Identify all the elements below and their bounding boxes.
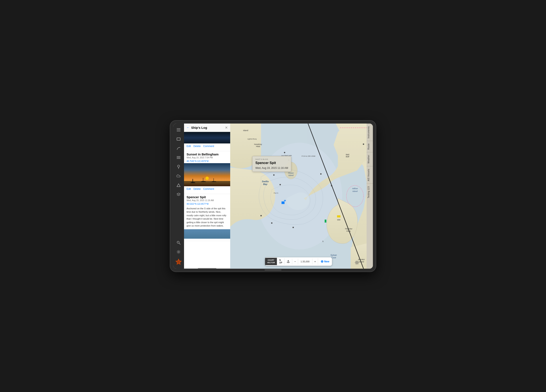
close-button[interactable]: ✕ [225,126,228,130]
entry-2-edit[interactable]: Edit [187,187,191,190]
svg-text:✱: ✱ [260,214,262,217]
pin-icon[interactable] [175,163,182,171]
rectangle-icon[interactable] [175,135,182,143]
log-entry-2: Sunset in Bellingham Wed, Aug 19, 2015 7… [184,151,230,194]
svg-rect-2 [177,131,181,131]
svg-text:✱: ✱ [320,173,322,175]
popup-category: SHIP'S BLOG [255,158,288,160]
map-popup[interactable]: SHIP'S BLOG Spencer Spit Wed, Aug 19, 20… [252,156,291,172]
new-button[interactable]: ⊕ New [318,258,332,265]
map-area[interactable]: ✱ ✱ ✱ ✱ ✱ ✱ ✱ ✱ ✱ ✱ ✱ ✱ [230,123,367,269]
zoom-in-button[interactable]: + [312,259,318,264]
search-icon[interactable] [175,239,182,246]
svg-text:Humphrey: Humphrey [254,143,262,145]
entry-2-coords: 48.7545°N 122.4979°W [187,160,208,162]
log-header: ← Ship's Log ✕ [184,123,230,132]
svg-point-12 [178,251,179,252]
svg-text:Bluff: Bluff [346,156,349,158]
svg-rect-4 [177,156,181,157]
north-up-button[interactable]: N UP [277,257,284,266]
entry-3-date: Wed, Aug 19, 2015 11:16 AM [187,199,214,202]
svg-text:Island: Island [359,261,364,263]
map-settings-icon[interactable] [355,261,359,266]
log-title: Ship's Log [191,126,223,129]
svg-text:Bay: Bay [263,183,267,185]
tab-route[interactable]: Route [367,141,373,152]
zoom-out-button[interactable]: − [292,259,298,264]
svg-rect-38 [284,200,286,201]
svg-text:Port S: Port S [274,192,278,194]
main-content: ← Ship's Log ✕ Edit Delete Comment [184,123,373,269]
svg-text:✱: ✱ [284,151,285,154]
tab-testing[interactable]: Testing 123 [367,184,373,201]
new-plus-icon: ⊕ [321,259,323,263]
entry-2-actions: Edit Delete Comment [184,186,230,192]
entry-3-coords: 48.5322°N 122.8577°W [187,203,208,205]
tab-weather[interactable]: Weather [367,152,373,166]
svg-text:✱: ✱ [363,143,364,145]
popup-title: Spencer Spit [255,161,288,165]
svg-text:009: 009 [337,219,340,221]
cloud-icon[interactable] [175,172,182,180]
device-screen: ← Ship's Log ✕ Edit Delete Comment [173,123,373,269]
svg-rect-6 [177,158,181,159]
entry-1-delete[interactable]: Delete [194,145,201,148]
svg-text:Thatcher: Thatcher [345,228,352,230]
popup-date: Wed, Aug 19, 2015 11:16 AM [255,167,288,169]
svg-rect-39 [325,219,326,222]
entry-2-delete[interactable]: Delete [194,187,201,190]
svg-text:Island: Island [288,174,293,176]
entry-1-edit[interactable]: Edit [187,145,191,148]
svg-text:Fl W 4s 15ft 6.0NM: Fl W 4s 15ft 6.0NM [302,155,315,157]
curve-icon[interactable] [175,145,182,152]
svg-text:Sylvan: Sylvan [331,254,337,256]
triangle-icon[interactable] [175,181,182,189]
device-frame: ← Ship's Log ✕ Edit Delete Comment [170,121,376,272]
app-logo [175,258,182,266]
entry-3-title: Spencer Spit [184,194,230,199]
right-tabs: Instruments Route Weather AIS Vessels Te… [367,123,373,269]
svg-text:Island: Island [243,129,248,131]
svg-text:✱: ✱ [331,185,332,187]
entry-2-date: Wed, Aug 19, 2015 7:54 PM [187,156,213,159]
svg-text:5: 5 [322,240,323,242]
svg-marker-9 [177,184,180,187]
svg-rect-0 [177,128,181,129]
svg-rect-3 [177,138,180,140]
svg-text:Bald: Bald [346,154,349,155]
menu-icon[interactable] [175,126,182,134]
scroll-thumb [198,268,216,269]
svg-text:Island: Island [352,190,358,192]
svg-rect-17 [184,181,230,186]
chart-type-line2: VECTOR [267,262,275,264]
svg-text:Head: Head [256,145,260,147]
entry-2-image [184,163,230,186]
svg-point-7 [177,165,180,167]
layers-icon[interactable] [175,154,182,161]
nautical-chart: ✱ ✱ ✱ ✱ ✱ ✱ ✱ ✱ ✱ ✱ ✱ ✱ [230,123,367,269]
log-entry-1: Edit Delete Comment [184,132,230,151]
entry-2-comment[interactable]: Comment [203,187,214,190]
chart-type-line1: CHART [267,259,275,262]
tab-ais-vessels[interactable]: AIS Vessels [367,166,373,184]
map-toolbar: CHART VECTOR N UP − [265,257,332,266]
svg-text:Willow: Willow [352,187,358,190]
gear-icon[interactable] [175,248,182,256]
anchor-icon-button[interactable] [284,258,292,265]
svg-rect-5 [177,157,181,158]
back-button[interactable]: ← [187,126,189,129]
entry-1-comment[interactable]: Comment [203,145,214,148]
svg-text:Swifts: Swifts [262,180,269,182]
entry-1-image [184,132,230,143]
svg-rect-40 [337,215,340,217]
stack-icon[interactable] [175,191,182,198]
entry-2-title: Sunset in Bellingham [184,151,230,156]
chart-type-selector[interactable]: CHART VECTOR [265,258,277,265]
svg-text:Cove: Cove [331,257,336,259]
north-up-label: N UP [279,259,282,264]
home-bar [265,270,281,270]
zoom-scale: 1:35,000 [298,259,312,264]
svg-line-11 [179,243,180,244]
log-scroll-area[interactable]: Edit Delete Comment Sunset in Bellingham… [184,132,230,268]
tab-instruments[interactable]: Instruments [367,123,373,141]
